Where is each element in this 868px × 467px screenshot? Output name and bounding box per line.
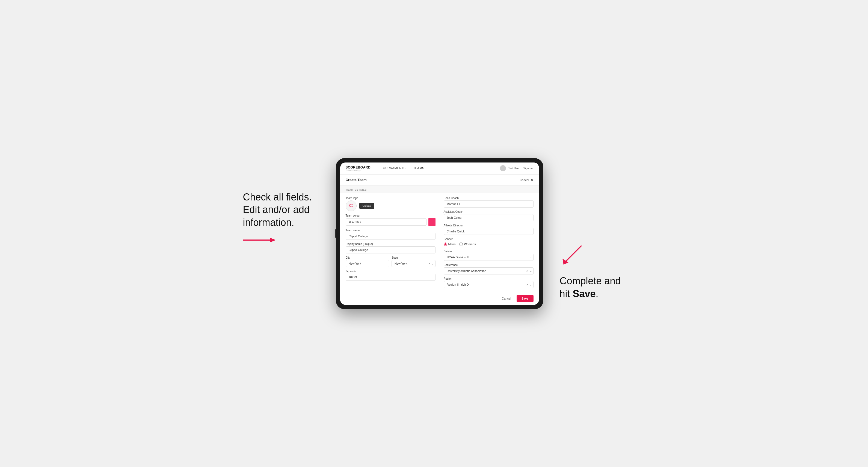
tablet-screen: SCOREBOARD Powered by clippd TOURNAMENTS… xyxy=(340,162,539,305)
save-button[interactable]: Save xyxy=(517,295,533,302)
athletic-dir-field: Athletic Director xyxy=(444,224,533,235)
panel-header: Create Team Cancel ✕ xyxy=(340,175,539,186)
cancel-button[interactable]: Cancel xyxy=(499,295,515,302)
panel-close-button[interactable]: Cancel ✕ xyxy=(520,178,533,182)
svg-line-2 xyxy=(565,246,582,262)
conference-input[interactable] xyxy=(444,268,533,275)
close-icon[interactable]: ✕ xyxy=(530,178,533,182)
sign-out-link[interactable]: Sign out xyxy=(523,167,533,170)
user-label: Test User | xyxy=(508,167,521,170)
conference-select-wrapper: ✕ ⌄ xyxy=(444,268,533,275)
zip-input[interactable] xyxy=(346,274,435,281)
panel-footer: Cancel Save xyxy=(340,292,539,305)
gender-label: Gender xyxy=(444,238,533,241)
gender-womens-radio[interactable] xyxy=(459,243,463,246)
city-state-row: City State ✕ ⌄ xyxy=(346,256,435,267)
team-logo-field: Team logo C Upload xyxy=(346,197,435,211)
arrow-right-icon xyxy=(560,246,587,268)
division-label: Division xyxy=(444,250,533,253)
annotation-hit-text: hit xyxy=(560,288,573,299)
annotation-line2: Edit and/or add xyxy=(243,204,319,216)
team-colour-field: Team colour xyxy=(346,214,435,226)
team-logo-label: Team logo xyxy=(346,197,435,199)
cancel-label: Cancel xyxy=(520,178,529,182)
state-select-wrapper: ✕ ⌄ xyxy=(392,260,435,267)
conference-field: Conference ✕ ⌄ xyxy=(444,263,533,275)
city-input[interactable] xyxy=(346,260,390,267)
gender-field: Gender Mens Womens xyxy=(444,238,533,247)
state-clear-button[interactable]: ✕ xyxy=(428,261,431,265)
annotation-line3: information. xyxy=(243,216,319,229)
display-name-input[interactable] xyxy=(346,246,435,253)
tablet-frame: SCOREBOARD Powered by clippd TOURNAMENTS… xyxy=(336,158,544,309)
panel-title: Create Team xyxy=(346,178,367,182)
asst-coach-label: Assistant Coach xyxy=(444,210,533,213)
navbar: SCOREBOARD Powered by clippd TOURNAMENTS… xyxy=(340,162,539,175)
left-annotation: Check all fields. Edit and/or add inform… xyxy=(243,158,319,249)
form-right: Head Coach Assistant Coach Athletic Dire… xyxy=(444,197,533,288)
navbar-right: Test User | Sign out xyxy=(500,165,533,171)
form-area: Team logo C Upload Team colour xyxy=(340,193,539,292)
region-label: Region xyxy=(444,277,533,280)
brand-title: SCOREBOARD xyxy=(346,165,371,169)
annotation-save-bold: Save xyxy=(573,288,596,299)
svg-marker-1 xyxy=(270,238,276,242)
nav-tournaments[interactable]: TOURNAMENTS xyxy=(377,162,409,175)
form-left: Team logo C Upload Team colour xyxy=(346,197,435,288)
region-input[interactable] xyxy=(444,281,533,288)
head-coach-field: Head Coach xyxy=(444,197,533,208)
region-select-wrapper: ✕ ⌄ xyxy=(444,281,533,288)
conference-clear-button[interactable]: ✕ xyxy=(526,269,529,273)
team-name-field: Team name xyxy=(346,229,435,240)
division-select[interactable]: NCAA Division III xyxy=(444,254,533,261)
user-avatar xyxy=(500,165,506,171)
asst-coach-input[interactable] xyxy=(444,214,533,221)
brand-logo: SCOREBOARD Powered by clippd xyxy=(346,165,371,171)
city-label: City xyxy=(346,256,390,259)
nav-teams[interactable]: TEAMS xyxy=(409,162,428,175)
zip-field: Zip code xyxy=(346,270,435,281)
annotation-line1: Check all fields. xyxy=(243,191,319,204)
color-input-row xyxy=(346,218,435,226)
tablet-side-button xyxy=(335,229,336,238)
upload-button[interactable]: Upload xyxy=(359,203,375,209)
athletic-dir-label: Athletic Director xyxy=(444,224,533,227)
state-label: State xyxy=(392,256,435,259)
arrow-left-icon xyxy=(243,235,276,246)
head-coach-input[interactable] xyxy=(444,200,533,208)
color-swatch[interactable] xyxy=(428,218,435,226)
gender-mens-option[interactable]: Mens xyxy=(444,243,456,246)
gender-radio-group: Mens Womens xyxy=(444,242,533,247)
display-name-field: Display name (unique) xyxy=(346,243,435,253)
navbar-nav: TOURNAMENTS TEAMS xyxy=(377,162,500,175)
city-field: City xyxy=(346,256,390,267)
division-field: Division NCAA Division III xyxy=(444,250,533,261)
right-annotation: Complete and hit Save. xyxy=(560,158,625,301)
logo-section: C Upload xyxy=(346,200,435,211)
display-name-label: Display name (unique) xyxy=(346,243,435,246)
team-name-label: Team name xyxy=(346,229,435,232)
section-label: TEAM DETAILS xyxy=(340,186,539,193)
zip-label: Zip code xyxy=(346,270,435,273)
athletic-dir-input[interactable] xyxy=(444,228,533,235)
conference-label: Conference xyxy=(444,263,533,267)
team-colour-input[interactable] xyxy=(346,218,427,225)
brand-subtitle: Powered by clippd xyxy=(346,169,371,171)
gender-womens-label: Womens xyxy=(464,243,476,246)
team-colour-label: Team colour xyxy=(346,214,435,217)
annotation-right-line2: hit Save. xyxy=(560,287,625,301)
annotation-right-line1: Complete and xyxy=(560,275,625,287)
state-field: State ✕ ⌄ xyxy=(392,256,435,267)
gender-womens-option[interactable]: Womens xyxy=(459,243,476,246)
create-team-panel: Create Team Cancel ✕ TEAM DETAILS Team l… xyxy=(340,175,539,305)
asst-coach-field: Assistant Coach xyxy=(444,210,533,221)
region-clear-button[interactable]: ✕ xyxy=(526,283,529,286)
gender-mens-label: Mens xyxy=(448,243,456,246)
head-coach-label: Head Coach xyxy=(444,197,533,199)
region-field: Region ✕ ⌄ xyxy=(444,277,533,288)
division-select-wrapper: NCAA Division III xyxy=(444,254,533,261)
team-name-input[interactable] xyxy=(346,233,435,240)
team-logo-circle: C xyxy=(346,200,356,211)
annotation-period: . xyxy=(596,288,598,299)
gender-mens-radio[interactable] xyxy=(444,243,447,246)
